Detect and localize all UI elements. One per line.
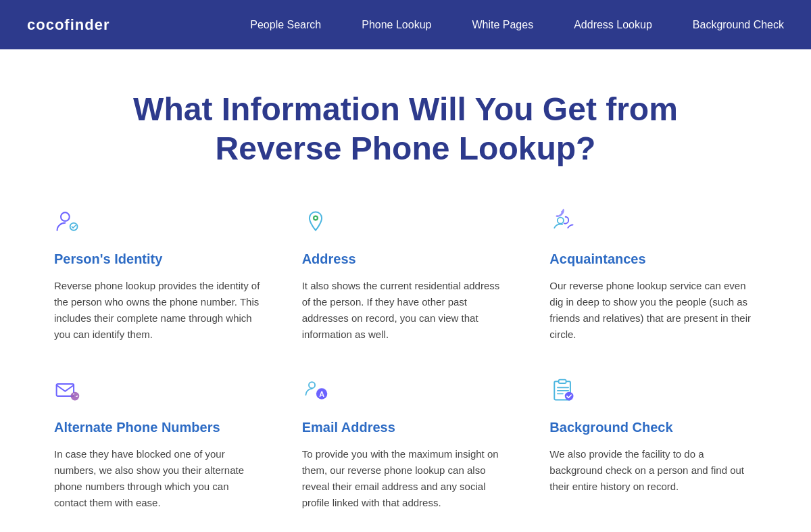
svg-rect-11	[559, 380, 566, 383]
page-title: What Information Will You Get from Rever…	[54, 90, 757, 168]
svg-point-7	[309, 382, 315, 388]
feature-email-title: Email Address	[302, 420, 510, 435]
feature-background-check-title: Background Check	[549, 420, 757, 435]
feature-persons-identity: Person's Identity Reverse phone lookup p…	[54, 208, 262, 343]
alternate-phone-icon	[54, 377, 84, 406]
feature-alternate-phone: Alternate Phone Numbers In case they hav…	[54, 377, 262, 511]
features-grid: Person's Identity Reverse phone lookup p…	[54, 208, 757, 511]
acquaintances-icon	[549, 208, 579, 238]
background-check-icon	[549, 377, 579, 406]
feature-address-desc: It also shows the current residential ad…	[302, 278, 510, 343]
feature-alternate-phone-desc: In case they have blocked one of your nu…	[54, 446, 262, 511]
feature-persons-identity-desc: Reverse phone lookup provides the identi…	[54, 278, 262, 343]
feature-background-check-desc: We also provide the facility to do a bac…	[549, 446, 757, 495]
feature-background-check: Background Check We also provide the fac…	[549, 377, 757, 511]
feature-acquaintances-title: Acquaintances	[549, 251, 757, 267]
nav-people-search[interactable]: People Search	[250, 19, 321, 31]
svg-point-15	[565, 392, 574, 401]
svg-point-3	[314, 217, 317, 220]
feature-email: A Email Address To provide you with the …	[302, 377, 510, 511]
feature-persons-identity-title: Person's Identity	[54, 251, 262, 267]
site-header: cocofinder People Search Phone Lookup Wh…	[0, 0, 811, 49]
svg-point-4	[558, 218, 564, 224]
feature-address-title: Address	[302, 251, 510, 267]
nav-background-check[interactable]: Background Check	[693, 19, 784, 31]
feature-acquaintances: Acquaintances Our reverse phone lookup s…	[549, 208, 757, 343]
address-icon	[302, 208, 332, 238]
feature-alternate-phone-title: Alternate Phone Numbers	[54, 420, 262, 435]
nav-phone-lookup[interactable]: Phone Lookup	[362, 19, 431, 31]
main-content: What Information Will You Get from Rever…	[0, 49, 811, 532]
feature-address: Address It also shows the current reside…	[302, 208, 510, 343]
person-identity-icon	[54, 208, 84, 238]
feature-email-desc: To provide you with the maximum insight …	[302, 446, 510, 511]
svg-text:A: A	[319, 390, 324, 398]
main-nav: People Search Phone Lookup White Pages A…	[250, 19, 784, 31]
site-logo[interactable]: cocofinder	[27, 16, 109, 34]
svg-point-0	[61, 213, 70, 222]
feature-acquaintances-desc: Our reverse phone lookup service can eve…	[549, 278, 757, 343]
nav-white-pages[interactable]: White Pages	[472, 19, 533, 31]
nav-address-lookup[interactable]: Address Lookup	[574, 19, 652, 31]
email-icon: A	[302, 377, 332, 406]
